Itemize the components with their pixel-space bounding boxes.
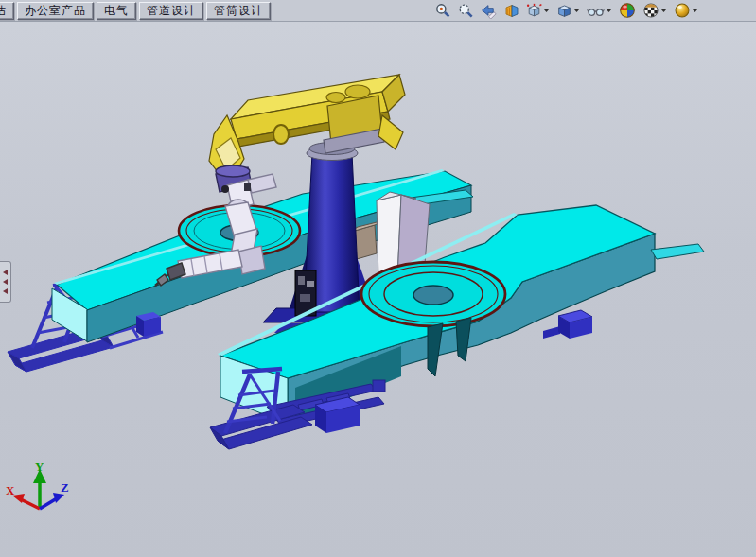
heads-up-view-toolbar: [434, 1, 756, 20]
chevron-down-icon: [660, 3, 667, 18]
previous-view-button[interactable]: [480, 2, 499, 20]
tab-evaluate[interactable]: 估: [0, 2, 14, 20]
view-settings-button[interactable]: [673, 1, 699, 20]
magnifier-icon: [435, 3, 451, 19]
chevron-down-icon: [543, 3, 550, 18]
triad-z-label: Z: [61, 480, 69, 495]
tab-electrical[interactable]: 电气: [97, 2, 136, 20]
view-orientation-button[interactable]: [525, 2, 551, 20]
tab-office-products[interactable]: 办公室产品: [17, 2, 94, 20]
front-slewing-ring[interactable]: [361, 262, 505, 326]
feature-panel-splitter[interactable]: [0, 261, 11, 303]
edit-appearance-button[interactable]: [618, 1, 637, 20]
section-box-icon: [504, 3, 519, 19]
checkered-sphere-icon: [642, 2, 659, 19]
triad-x-label: X: [6, 483, 15, 497]
apply-scene-button[interactable]: [642, 1, 668, 20]
commandmanager-tabs: 估 办公室产品 电气 管道设计 管筒设计: [0, 0, 273, 21]
zoom-to-fit-button[interactable]: [434, 2, 452, 20]
section-view-button[interactable]: [503, 2, 520, 20]
hide-show-items-button[interactable]: [586, 2, 613, 20]
magnifier-dashed-icon: [458, 3, 474, 19]
robot-boom-arm[interactable]: [209, 75, 405, 173]
tab-tubing-design[interactable]: 管筒设计: [206, 2, 271, 20]
collapse-left-icon: [3, 270, 8, 275]
3d-viewport[interactable]: Y X Z: [0, 0, 756, 557]
command-toolbar: 估 办公室产品 电气 管道设计 管筒设计: [0, 0, 756, 22]
origin-triad: Y X Z: [6, 460, 69, 509]
display-style-button[interactable]: [555, 2, 581, 20]
shaded-cube-icon: [556, 3, 572, 19]
gold-sphere-icon: [674, 2, 691, 19]
triad-y-label: Y: [35, 460, 44, 474]
blue-arrow-pen-icon: [481, 3, 498, 19]
collapse-left-icon: [3, 279, 8, 285]
collapse-left-icon: [3, 288, 8, 294]
zoom-to-area-button[interactable]: [457, 2, 475, 20]
chevron-down-icon: [573, 3, 580, 18]
glasses-icon: [587, 3, 605, 19]
chevron-down-icon: [692, 3, 698, 18]
color-sphere-icon: [619, 2, 636, 19]
view-cube-icon: [526, 3, 542, 19]
chevron-down-icon: [606, 3, 612, 18]
tab-piping-design[interactable]: 管道设计: [139, 2, 203, 20]
